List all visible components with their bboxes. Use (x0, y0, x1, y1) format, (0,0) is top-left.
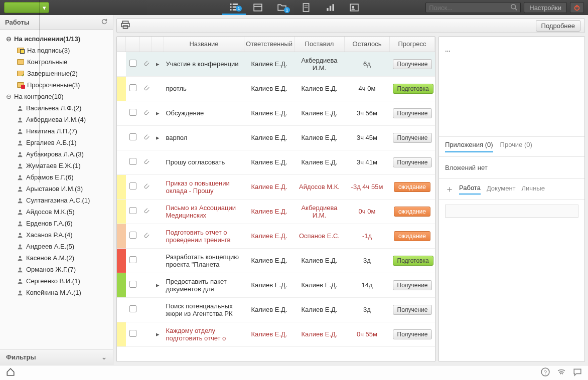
table-row[interactable]: Разработать концепцию проекта "ПланетаКа… (117, 248, 435, 273)
tab-document[interactable]: Документ (487, 184, 516, 194)
expand-icon[interactable]: ▸ (156, 134, 161, 141)
tree-item[interactable]: Ерденов Г.А.(6) (14, 218, 111, 229)
search-box[interactable] (425, 2, 521, 13)
wifi-icon[interactable] (557, 367, 566, 378)
tree-item[interactable]: Копейкина М.А.(1) (14, 287, 111, 298)
filters-header[interactable]: Фильтры ⌄ (0, 349, 113, 365)
tree-item[interactable]: Сергеенко В.И.(1) (14, 275, 111, 287)
refresh-icon[interactable] (101, 18, 108, 27)
detail-button[interactable]: Подробнее (536, 20, 580, 32)
expand-icon[interactable]: ▸ (156, 330, 161, 338)
rp-comment-input[interactable] (445, 205, 578, 218)
tree-item[interactable]: Абрамов Е.Г.(6) (14, 171, 111, 183)
row-checkbox[interactable] (129, 330, 136, 337)
tree-item[interactable]: Арыстанов И.М.(3) (14, 183, 111, 195)
tab-personal[interactable]: Личные (522, 184, 545, 194)
expand-icon[interactable]: ▸ (156, 281, 161, 289)
nav-folder-icon[interactable]: 1 (270, 0, 294, 15)
row-checkbox[interactable] (129, 281, 136, 288)
tree-item[interactable]: Никитина Л.П.(7) (14, 125, 111, 137)
row-checkbox[interactable] (129, 84, 136, 91)
table-row[interactable]: ▸ОбсуждениеКалиев Е.Д.Калиев Е.Д.3ч 56мП… (117, 101, 435, 125)
table-wrap[interactable]: Название Ответственный Поставил Осталось… (116, 36, 436, 362)
table-row[interactable]: ▸Участие в конференцииКалиев Е.Д.Акберди… (117, 52, 435, 76)
table-row[interactable]: Письмо из Ассоциации МедицинскихКалиев Е… (117, 199, 435, 224)
sidebar-tree[interactable]: ⊖На исполнении(1/13)На подпись(3)Контрол… (0, 30, 113, 349)
row-status[interactable]: Получение (393, 305, 432, 315)
chat-icon[interactable] (573, 367, 582, 378)
tree-item[interactable]: Хасанов Р.А.(4) (14, 229, 111, 241)
row-status[interactable]: Получение (393, 108, 432, 118)
tree-item[interactable]: Контрольные (14, 56, 111, 68)
row-checkbox[interactable] (129, 256, 136, 263)
home-icon[interactable] (6, 367, 15, 378)
create-dropdown-icon[interactable]: ▾ (40, 4, 49, 12)
row-status[interactable]: Получение (393, 59, 432, 69)
table-row[interactable]: Подготовить отчет о проведении тренингвК… (117, 224, 435, 248)
row-status[interactable]: Подготовка (393, 256, 433, 266)
tree-item[interactable]: Ергалиев А.Б.(1) (14, 137, 111, 148)
table-row[interactable]: Поиск потенциальных жюри из Агентства РК… (117, 297, 435, 322)
row-checkbox[interactable] (129, 207, 136, 214)
row-checkbox[interactable] (129, 182, 136, 189)
row-status[interactable]: Получение (393, 280, 432, 290)
row-status[interactable]: ожидание (394, 182, 430, 192)
search-input[interactable] (429, 4, 504, 12)
row-checkbox[interactable] (129, 305, 136, 312)
toggle-icon[interactable]: ⊖ (6, 93, 11, 100)
nav-list-icon[interactable]: 1 (222, 0, 246, 15)
col-progress[interactable]: Прогресс (390, 37, 435, 52)
toggle-icon[interactable]: ⊖ (6, 35, 11, 43)
table-row[interactable]: ▸Предоставить пакет документов дляКалиев… (117, 273, 435, 297)
tree-item[interactable]: Аубакирова Л.А.(3) (14, 148, 111, 160)
table-row[interactable]: Прошу согласоватьКалиев Е.Д.Калиев Е.Д.3… (117, 150, 435, 174)
tree-item[interactable]: Жуматаев Е.Ж.(1) (14, 160, 111, 171)
col-left[interactable]: Осталось (345, 37, 390, 52)
tree-item[interactable]: Акбердиева И.М.(4) (14, 114, 111, 125)
table-row[interactable]: ▸Каждому отделу подготовить отчет оКалие… (117, 322, 435, 346)
tree-item[interactable]: Васильева Л.Ф.(2) (14, 102, 111, 114)
col-set[interactable]: Поставил (295, 37, 345, 52)
plus-icon[interactable]: ＋ (445, 183, 453, 195)
col-resp[interactable]: Ответственный (244, 37, 295, 52)
power-button[interactable] (570, 2, 584, 13)
row-checkbox[interactable] (129, 109, 136, 116)
row-checkbox[interactable] (129, 60, 136, 67)
tree-item[interactable]: Просроченные(3) (14, 79, 111, 91)
expand-icon[interactable]: ▸ (156, 60, 161, 68)
row-checkbox[interactable] (129, 158, 136, 165)
create-button[interactable]: Создать ▾ (4, 2, 49, 13)
row-checkbox[interactable] (129, 133, 136, 140)
row-status[interactable]: Подготовка (393, 84, 433, 94)
col-name[interactable]: Название (164, 37, 244, 52)
tab-attachments[interactable]: Приложения (0) (445, 141, 493, 152)
tree-group[interactable]: ⊖На контроле(10) (3, 91, 111, 102)
table-row[interactable]: Приказ о повышении оклада - ПрошуКалиев … (117, 174, 435, 199)
nav-calendar-icon[interactable] (246, 0, 270, 15)
nav-doc-icon[interactable] (294, 0, 318, 15)
search-icon[interactable] (510, 4, 517, 12)
tree-item[interactable]: Андреев А.Е.(5) (14, 241, 111, 252)
row-status[interactable]: Получение (393, 133, 432, 143)
tree-item[interactable]: Султангазина А.С.(1) (14, 195, 111, 206)
row-status[interactable]: ожидание (394, 231, 430, 241)
row-checkbox[interactable] (129, 232, 136, 239)
expand-icon[interactable]: ▸ (156, 109, 161, 117)
tree-item[interactable]: Касенов А.М.(2) (14, 252, 111, 264)
row-status[interactable]: Получение (393, 329, 432, 339)
nav-contact-icon[interactable] (342, 0, 366, 15)
tree-item[interactable]: Айдосов М.К.(5) (14, 206, 111, 218)
row-status[interactable]: Получение (393, 157, 432, 167)
table-row[interactable]: ▸варполКалиев Е.Д.Калиев Е.Д.3ч 45мПолуч… (117, 125, 435, 150)
tab-work[interactable]: Работа (459, 184, 481, 195)
tree-group[interactable]: ⊖На исполнении(1/13) (3, 33, 111, 45)
tree-item[interactable]: Завершенные(2) (14, 68, 111, 79)
print-icon[interactable] (121, 21, 130, 31)
tree-item[interactable]: На подпись(3) (14, 45, 111, 56)
help-icon[interactable]: ? (541, 367, 550, 378)
tab-other[interactable]: Прочие (0) (500, 141, 532, 152)
table-row[interactable]: протльКалиев Е.Д.Калиев Е.Д.4ч 0мПодгото… (117, 76, 435, 101)
tree-item[interactable]: Орманов Ж.Г.(7) (14, 264, 111, 275)
settings-button[interactable]: Настройки (524, 2, 567, 13)
row-status[interactable]: ожидание (394, 207, 430, 217)
